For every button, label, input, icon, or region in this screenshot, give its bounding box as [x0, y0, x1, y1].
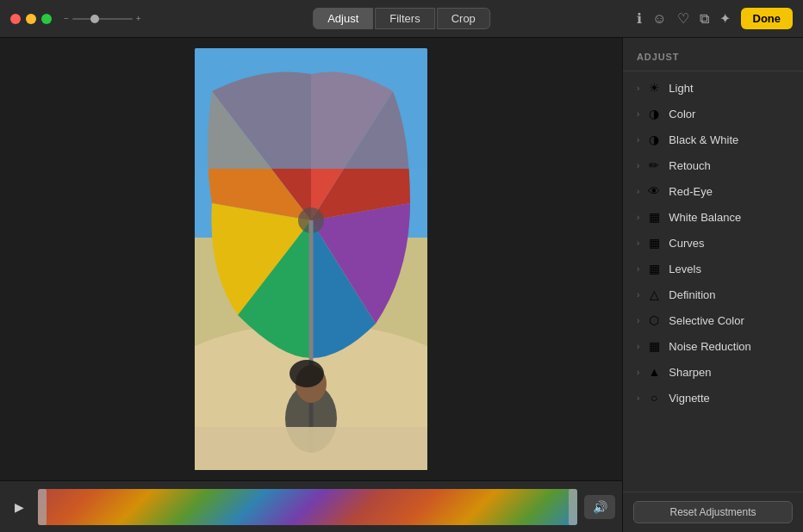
- photo-canvas: [0, 38, 622, 480]
- adjust-item-redeye[interactable]: › 👁 Red-Eye: [623, 178, 803, 204]
- bw-label: Black & White: [669, 133, 738, 146]
- light-icon: ☀: [646, 81, 662, 95]
- adjust-item-definition[interactable]: › △ Definition: [623, 281, 803, 307]
- color-label: Color: [669, 108, 695, 121]
- redeye-icon: 👁: [646, 184, 662, 198]
- chevron-icon: ›: [637, 290, 639, 300]
- chevron-icon: ›: [637, 342, 639, 351]
- whitebalance-label: White Balance: [669, 211, 741, 224]
- levels-icon: ▦: [646, 262, 662, 275]
- curves-label: Curves: [669, 237, 704, 250]
- volume-icon: 🔊: [593, 500, 607, 514]
- fullscreen-button[interactable]: [41, 14, 52, 24]
- duplicate-icon[interactable]: ⧉: [700, 11, 709, 27]
- volume-button[interactable]: 🔊: [584, 495, 615, 519]
- adjust-item-whitebalance[interactable]: › ▦ White Balance: [623, 204, 803, 230]
- slider-track[interactable]: [72, 18, 133, 20]
- heart-icon[interactable]: ♡: [677, 10, 689, 27]
- chevron-icon: ›: [637, 161, 639, 170]
- noisereduction-label: Noise Reduction: [669, 340, 750, 353]
- titlebar: − + Adjust Filters Crop ℹ ☺ ♡ ⧉ ✦ Done: [0, 0, 803, 38]
- chevron-icon: ›: [637, 109, 639, 119]
- filmstrip-handle-right[interactable]: [569, 489, 577, 525]
- minimize-button[interactable]: [26, 14, 36, 24]
- vignette-label: Vignette: [669, 392, 709, 405]
- chevron-icon: ›: [637, 135, 639, 145]
- redeye-label: Red-Eye: [669, 185, 713, 198]
- chevron-icon: ›: [637, 187, 639, 196]
- adjust-item-noisereduction[interactable]: › ▦ Noise Reduction: [623, 333, 803, 359]
- curves-icon: ▦: [646, 236, 662, 250]
- tab-group: Adjust Filters Crop: [313, 8, 490, 29]
- selectivecolor-icon: ⬡: [646, 313, 662, 327]
- sharpen-label: Sharpen: [669, 366, 711, 379]
- adjust-item-retouch[interactable]: › ✏ Retouch: [623, 152, 803, 178]
- panel-footer: Reset Adjustments: [623, 492, 803, 532]
- adjust-item-levels[interactable]: › ▦ Levels: [623, 256, 803, 281]
- chevron-icon: ›: [637, 264, 639, 274]
- chevron-icon: ›: [637, 368, 639, 377]
- close-button[interactable]: [10, 14, 21, 24]
- adjust-list: › ☀ Light › ◑ Color › ◑ Black & White › …: [623, 71, 803, 492]
- selectivecolor-label: Selective Color: [669, 314, 744, 327]
- bottom-bar: ▶ 🔊: [0, 480, 622, 532]
- chevron-icon: ›: [637, 393, 639, 403]
- sharpen-icon: ▲: [646, 365, 662, 379]
- filmstrip-handle-left[interactable]: [38, 489, 47, 525]
- right-panel: ADJUST › ☀ Light › ◑ Color › ◑ Black & W…: [622, 38, 803, 532]
- tab-adjust[interactable]: Adjust: [313, 8, 373, 29]
- toolbar-right: ℹ ☺ ♡ ⧉ ✦ Done: [637, 8, 793, 29]
- done-button[interactable]: Done: [741, 8, 794, 29]
- panel-header: ADJUST: [623, 38, 803, 71]
- adjust-item-vignette[interactable]: › ○ Vignette: [623, 385, 803, 411]
- filmstrip: [38, 489, 577, 525]
- chevron-icon: ›: [637, 316, 639, 325]
- tab-filters[interactable]: Filters: [375, 8, 434, 29]
- tab-crop[interactable]: Crop: [437, 8, 490, 29]
- slider-thumb[interactable]: [90, 15, 99, 23]
- plus-icon: +: [136, 14, 141, 23]
- chevron-icon: ›: [637, 238, 639, 248]
- traffic-lights: [10, 14, 52, 24]
- color-icon: ◑: [646, 107, 662, 121]
- adjust-item-color[interactable]: › ◑ Color: [623, 101, 803, 127]
- film-segment: [38, 489, 577, 525]
- noisereduction-icon: ▦: [646, 339, 662, 353]
- photo-image: [195, 48, 427, 470]
- vignette-icon: ○: [646, 391, 662, 405]
- svg-rect-11: [195, 48, 427, 470]
- retouch-icon: ✏: [646, 158, 662, 172]
- retouch-label: Retouch: [669, 159, 710, 172]
- zoom-slider[interactable]: − +: [64, 14, 141, 23]
- minus-icon: −: [64, 14, 69, 23]
- share-icon[interactable]: ✦: [719, 10, 731, 27]
- levels-label: Levels: [669, 263, 701, 275]
- adjust-item-sharpen[interactable]: › ▲ Sharpen: [623, 359, 803, 385]
- main-content: ▶ 🔊 ADJUST › ☀ Light ›: [0, 38, 803, 532]
- light-label: Light: [669, 82, 693, 95]
- adjust-item-curves[interactable]: › ▦ Curves: [623, 230, 803, 256]
- bw-icon: ◑: [646, 133, 662, 146]
- play-button[interactable]: ▶: [7, 495, 31, 519]
- photo-area: ▶ 🔊: [0, 38, 622, 532]
- reset-adjustments-button[interactable]: Reset Adjustments: [633, 501, 793, 523]
- chevron-icon: ›: [637, 213, 639, 222]
- whitebalance-icon: ▦: [646, 210, 662, 224]
- adjust-item-selectivecolor[interactable]: › ⬡ Selective Color: [623, 307, 803, 333]
- filmstrip-frames: [38, 489, 577, 525]
- emoji-icon[interactable]: ☺: [652, 11, 666, 27]
- adjust-item-light[interactable]: › ☀ Light: [623, 75, 803, 101]
- photo-frame: [195, 48, 427, 470]
- panel-title: ADJUST: [637, 52, 679, 62]
- definition-label: Definition: [669, 288, 715, 301]
- definition-icon: △: [646, 288, 662, 301]
- info-icon[interactable]: ℹ: [637, 10, 642, 27]
- adjust-item-bw[interactable]: › ◑ Black & White: [623, 127, 803, 152]
- chevron-icon: ›: [637, 84, 639, 93]
